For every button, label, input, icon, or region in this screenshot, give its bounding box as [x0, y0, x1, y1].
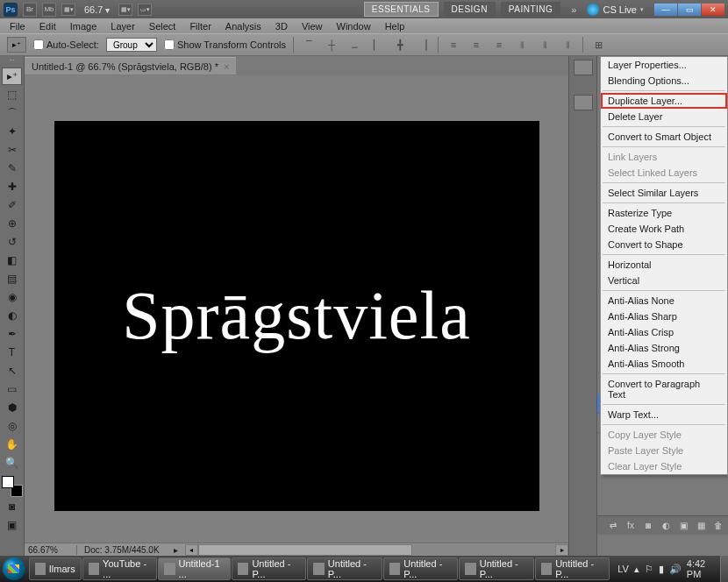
brush-tool[interactable]: ✐	[2, 196, 22, 214]
color-swatches[interactable]	[2, 476, 23, 497]
zoom-input[interactable]: 66.67%	[25, 545, 77, 555]
align-vcenter-icon[interactable]: ┼	[324, 37, 339, 53]
auto-select-target[interactable]: Group	[106, 38, 157, 52]
maximize-button[interactable]: ▭	[678, 4, 701, 16]
menu-3d[interactable]: 3D	[269, 20, 294, 32]
shape-tool[interactable]: ▭	[2, 380, 22, 398]
crop-tool[interactable]: ✂	[2, 141, 22, 159]
tray-lang[interactable]: LV	[617, 564, 629, 574]
menu-layer[interactable]: Layer	[104, 20, 141, 32]
taskbar-item[interactable]: Untitled - P...	[307, 557, 382, 580]
tray-up-icon[interactable]: ▴	[634, 564, 639, 575]
dodge-tool[interactable]: ◐	[2, 307, 22, 324]
canvas[interactable]: Sprāgstviela	[54, 121, 539, 511]
close-button[interactable]: ✕	[702, 4, 724, 16]
align-bottom-icon[interactable]: ⎽	[346, 37, 362, 53]
blur-tool[interactable]: ◉	[2, 288, 22, 306]
wand-tool[interactable]: ✦	[2, 123, 22, 140]
quickmask-tool[interactable]: ◙	[2, 498, 22, 515]
history-brush-tool[interactable]: ↺	[2, 233, 22, 251]
link-layers-icon[interactable]: ⇄	[607, 520, 619, 532]
align-top-icon[interactable]: ⎺	[301, 37, 317, 53]
distribute-bottom-icon[interactable]: ≡	[491, 37, 507, 53]
show-desktop-button[interactable]	[720, 556, 728, 582]
move-tool[interactable]: ▸⁺	[2, 67, 22, 85]
tray-clock[interactable]: 4:42 PM	[687, 558, 713, 579]
context-item[interactable]: Blending Options...	[601, 73, 727, 89]
cs-live-button[interactable]: CS Live▾	[587, 4, 644, 16]
taskbar-item[interactable]: Untitled - P...	[459, 557, 533, 580]
distribute-hcenter-icon[interactable]: ⫴	[537, 37, 553, 53]
layer-group-icon[interactable]: ▣	[677, 520, 689, 532]
taskbar-item[interactable]: YouTube - ...	[82, 557, 157, 580]
workspace-design[interactable]: DESIGN	[444, 2, 496, 17]
taskbar-item[interactable]: Untitled - P...	[535, 557, 610, 580]
context-item[interactable]: Warp Text...	[601, 407, 727, 422]
context-item[interactable]: Layer Properties...	[601, 57, 727, 73]
eraser-tool[interactable]: ◧	[2, 252, 22, 269]
menu-edit[interactable]: Edit	[33, 20, 62, 32]
menu-analysis[interactable]: Analysis	[219, 20, 268, 32]
context-item[interactable]: Create Work Path	[601, 221, 727, 237]
scroll-left-icon[interactable]: ◂	[185, 544, 198, 556]
adjustment-layer-icon[interactable]: ◐	[660, 520, 672, 532]
auto-select-checkbox[interactable]: Auto-Select:	[33, 39, 99, 50]
context-item[interactable]: Convert to Paragraph Text	[601, 376, 727, 402]
context-item[interactable]: Horizontal	[601, 257, 727, 273]
panel-icon-1[interactable]	[574, 60, 593, 75]
start-button[interactable]	[0, 556, 29, 582]
distribute-vcenter-icon[interactable]: ≡	[468, 37, 484, 53]
context-item[interactable]: Select Similar Layers	[601, 185, 727, 201]
document-tab[interactable]: Untitled-1 @ 66.7% (Sprāgstviela, RGB/8)…	[25, 57, 236, 75]
taskbar-user[interactable]: Ilmars	[29, 557, 82, 580]
bridge-icon[interactable]: Br	[23, 3, 37, 17]
arrange-docs-dropdown[interactable]: ▦▾	[118, 4, 132, 16]
path-tool[interactable]: ↖	[2, 362, 22, 380]
menu-view[interactable]: View	[296, 20, 329, 32]
minimize-button[interactable]: —	[654, 4, 677, 16]
3dcam-tool[interactable]: ◎	[2, 417, 22, 435]
screenmode-tool[interactable]: ▣	[2, 516, 22, 534]
scroll-track[interactable]	[198, 544, 555, 556]
menu-select[interactable]: Select	[143, 20, 182, 32]
scroll-right-icon[interactable]: ▸	[555, 544, 568, 556]
context-item[interactable]: Delete Layer	[601, 109, 727, 124]
align-left-icon[interactable]: ▏	[369, 37, 385, 53]
context-item[interactable]: Convert to Smart Object	[601, 129, 727, 145]
system-tray[interactable]: LV ▴ ⚐ ▮ 🔊 4:42 PM	[610, 558, 720, 579]
context-item[interactable]: Anti-Alias None	[601, 293, 727, 309]
tray-network-icon[interactable]: ▮	[659, 564, 664, 575]
context-item[interactable]: Anti-Alias Crisp	[601, 324, 727, 340]
align-right-icon[interactable]: ▕	[415, 37, 431, 53]
context-item[interactable]: Anti-Alias Smooth	[601, 356, 727, 372]
stamp-tool[interactable]: ⊕	[2, 215, 22, 232]
taskbar-item[interactable]: Untitled - P...	[232, 557, 306, 580]
lasso-tool[interactable]: ⌒	[2, 104, 22, 122]
eyedropper-tool[interactable]: ✎	[2, 160, 22, 177]
taskbar-item[interactable]: Untitled - P...	[383, 557, 458, 580]
hand-tool[interactable]: ✋	[2, 436, 22, 453]
taskbar-item[interactable]: Untitled-1 ...	[158, 557, 231, 580]
gradient-tool[interactable]: ▤	[2, 270, 22, 287]
canvas-area[interactable]: Sprāgstviela 66.67% Doc: 3.75M/445.0K ▸ …	[25, 75, 568, 556]
tray-volume-icon[interactable]: 🔊	[669, 564, 682, 575]
context-item[interactable]: Duplicate Layer...	[601, 93, 727, 109]
distribute-left-icon[interactable]: ⫴	[514, 37, 530, 53]
panel-icon-2[interactable]	[574, 95, 593, 110]
minibridge-icon[interactable]: Mb	[42, 3, 56, 17]
marquee-tool[interactable]: ⬚	[2, 86, 22, 103]
workspace-essentials[interactable]: ESSENTIALS	[364, 2, 439, 17]
3d-tool[interactable]: ⬢	[2, 399, 22, 416]
menu-image[interactable]: Image	[64, 20, 103, 32]
context-item[interactable]: Convert to Shape	[601, 237, 727, 252]
auto-align-icon[interactable]: ⊞	[590, 37, 606, 53]
view-extras-dropdown[interactable]: ▦▾	[61, 4, 75, 16]
zoom-tool[interactable]: 🔍	[2, 454, 22, 472]
menu-filter[interactable]: Filter	[183, 20, 217, 32]
type-tool[interactable]: T	[2, 344, 22, 361]
context-item[interactable]: Rasterize Type	[601, 205, 727, 221]
align-hcenter-icon[interactable]: ╋	[392, 37, 408, 53]
menu-window[interactable]: Window	[331, 20, 377, 32]
move-tool-icon[interactable]: ▸⁺	[7, 37, 26, 53]
context-item[interactable]: Anti-Alias Strong	[601, 340, 727, 356]
